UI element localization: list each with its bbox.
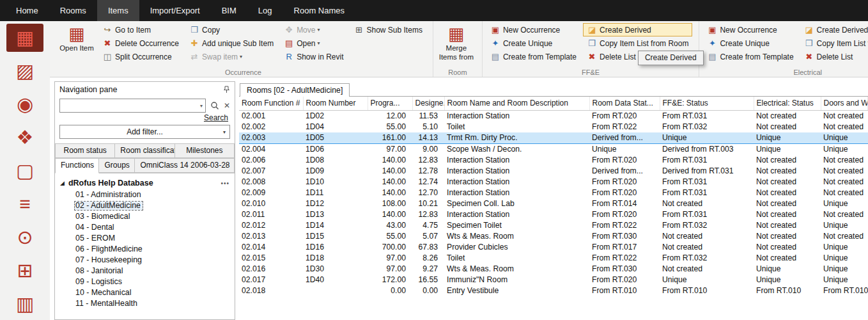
- column-header-designe[interactable]: Designe...: [412, 97, 444, 111]
- database-module-button[interactable]: ≡: [6, 190, 43, 218]
- electrical-copy-item-list-from-room-button[interactable]: ❒Copy Item List from Room: [800, 36, 868, 50]
- search-input[interactable]: [60, 99, 205, 112]
- occurrence-split-occurrence-button[interactable]: ◫Split Occurrence: [98, 50, 183, 63]
- products-module-button[interactable]: ◉: [6, 90, 43, 118]
- item-occurrences-module-button[interactable]: ▨: [6, 57, 43, 85]
- tree-expander-icon[interactable]: ◢: [60, 180, 65, 186]
- merge-items-from-button[interactable]: ▦Merge Items from: [437, 24, 476, 61]
- cell: 1D40: [303, 275, 368, 285]
- table-row[interactable]: 02.0121D1443.004.75Specimen ToiletFrom R…: [239, 220, 868, 231]
- occurrence-swap-item-button[interactable]: ⇄Swap item▾: [185, 50, 277, 63]
- ff-e-create-unique-button[interactable]: ✦Create Unique: [486, 36, 580, 50]
- electrical-create-from-template-button[interactable]: ▤Create from Template: [703, 50, 797, 63]
- tree-item-02-adultmedicine[interactable]: 02 - AdultMedicine: [55, 200, 235, 211]
- tree-item-07-housekeeping[interactable]: 07 - Housekeeping: [55, 255, 235, 266]
- tree-item-04-dental[interactable]: 04 - Dental: [55, 222, 235, 233]
- tree-item-10-mechanical[interactable]: 10 - Mechanical: [55, 287, 235, 298]
- tree-item-06-flightmedicine[interactable]: 06 - FlightMedicine: [55, 244, 235, 255]
- occurrence-open-button[interactable]: ▤Open▾: [280, 36, 347, 50]
- procurement-module-button[interactable]: ⊙: [6, 223, 43, 252]
- column-header-room-data-stat[interactable]: Room Data Stat...: [589, 97, 660, 111]
- table-row[interactable]: 02.0111D13140.0012.83Interaction Station…: [239, 209, 868, 220]
- tab-functions[interactable]: Functions: [55, 158, 99, 173]
- column-header-ff-e-status[interactable]: FF&E: Status: [660, 97, 754, 111]
- table-row[interactable]: 02.0101D12108.0010.21Specimen Coll. LabF…: [239, 198, 868, 209]
- add-filter-dropdown[interactable]: Add filter... ▾: [59, 125, 230, 139]
- column-header-doors-and-w[interactable]: Doors and W...: [821, 97, 868, 111]
- occurrence-add-unique-sub-item-button[interactable]: ✚Add unique Sub Item: [185, 36, 277, 50]
- cell: 1D02: [303, 111, 368, 122]
- table-row[interactable]: 02.0171D40172.0016.55Immuniz"N RoomFrom …: [239, 275, 868, 285]
- column-header-electrical-status[interactable]: Electrical: Status: [754, 97, 821, 111]
- tab-room-classification[interactable]: Room classification: [115, 143, 174, 158]
- ff-e-copy-item-list-from-room-button[interactable]: ❒Copy Item List from Room: [583, 36, 692, 50]
- reports-module-button[interactable]: ▥: [6, 290, 43, 318]
- tab-milestones[interactable]: Milestones: [175, 143, 235, 158]
- occurrence-delete-occurrence-button[interactable]: ✖Delete Occurrence: [98, 36, 183, 50]
- ff-e-create-derived-button[interactable]: ◪Create Derived: [583, 23, 692, 36]
- menu-tab-import-export[interactable]: Import/Export: [139, 0, 211, 21]
- electrical-delete-list-button[interactable]: ✖Delete List: [800, 50, 868, 63]
- open-item-button[interactable]: ▦Open Item: [58, 24, 96, 53]
- menu-tab-bim[interactable]: BIM: [211, 0, 247, 21]
- table-row[interactable]: 02.0041D0697.009.00Scope Wash / Decon.Un…: [239, 144, 868, 156]
- tab-omniclass-14-2006-03-28[interactable]: OmniClass 14 2006-03-28: [135, 158, 235, 173]
- chevron-down-icon[interactable]: ▾: [200, 103, 203, 109]
- table-row[interactable]: 02.0151D1897.008.26ToiletFrom RT.022From…: [239, 253, 868, 264]
- electrical-create-derived-button[interactable]: ◪Create Derived: [800, 23, 868, 36]
- table-row[interactable]: 02.0011D0212.0011.53Interaction StationF…: [239, 111, 868, 122]
- table-row[interactable]: 02.0091D11140.0012.70Interaction Station…: [239, 188, 868, 198]
- menu-tab-room-names[interactable]: Room Names: [283, 0, 355, 21]
- table-row[interactable]: 02.0021D0455.005.10ToiletFrom RT.022From…: [239, 122, 868, 132]
- buildings-module-button[interactable]: ⊞: [6, 257, 43, 285]
- table-row[interactable]: 02.0081D10140.0012.74Interaction Station…: [239, 177, 868, 188]
- column-header-progra[interactable]: Progra...: [368, 97, 412, 111]
- rooms-tab[interactable]: Rooms [02 - AdultMedicine]: [240, 83, 350, 97]
- tree-item-09-logistics[interactable]: 09 - Logistics: [55, 276, 235, 287]
- ff-e-new-occurrence-button[interactable]: ▣New Occurrence: [486, 23, 580, 36]
- table-row[interactable]: 02.0061D08140.0012.83Interaction Station…: [239, 155, 868, 166]
- button-label: Open Item: [59, 44, 94, 53]
- pin-icon[interactable]: [223, 86, 230, 93]
- table-row[interactable]: 02.0141D16700.0067.83Provider CubiclesFr…: [239, 242, 868, 253]
- menu-tab-home[interactable]: Home: [5, 0, 49, 21]
- occurrence-show-sub-items-button[interactable]: ⊞Show Sub Items: [350, 23, 426, 36]
- cell: Not created: [821, 209, 868, 220]
- menu-tab-rooms[interactable]: Rooms: [49, 0, 97, 21]
- search-link[interactable]: Search: [204, 113, 228, 122]
- table-row[interactable]: 02.0161D3097.009.27Wts & Meas. RoomFrom …: [239, 264, 868, 275]
- tab-room-status[interactable]: Room status: [55, 143, 115, 158]
- column-header-room-name-and-room-description[interactable]: Room Name and Room Description: [444, 97, 589, 111]
- occurrence-copy-button[interactable]: ❒Copy: [185, 23, 277, 36]
- documents-module-button[interactable]: ▢: [6, 157, 43, 185]
- column-header-room-function[interactable]: Room Function #: [239, 97, 303, 111]
- clear-search-icon[interactable]: ✕: [224, 101, 230, 110]
- tree-item-01-administration[interactable]: 01 - Administration: [55, 189, 235, 200]
- tree-item-05-erom[interactable]: 05 - EROM: [55, 233, 235, 244]
- tree-root[interactable]: ◢ dRofus Help Database •••: [55, 177, 235, 189]
- ff-e-create-from-template-button[interactable]: ▤Create from Template: [486, 50, 580, 63]
- tree-item-08-janitorial[interactable]: 08 - Janitorial: [55, 266, 235, 276]
- go-to-item-icon: ↪: [102, 25, 112, 35]
- electrical-create-unique-button[interactable]: ✦Create Unique: [703, 36, 797, 50]
- table-row[interactable]: 02.0131D1555.005.07Wts & Meas. RoomFrom …: [239, 231, 868, 242]
- table-row[interactable]: 02.0031D05161.0014.13Trmt Rm. Dirty Proc…: [239, 132, 868, 144]
- occurrence-revit-button[interactable]: RShow in Revit: [280, 50, 347, 63]
- electrical-new-occurrence-button[interactable]: ▣New Occurrence: [703, 23, 797, 36]
- occurrence-move-button[interactable]: ✥Move▾: [280, 23, 347, 36]
- items-module-button[interactable]: ▦: [6, 24, 43, 52]
- classification-module-button[interactable]: ❖: [6, 124, 43, 152]
- create-derived-icon: ◪: [587, 25, 597, 35]
- column-header-room-number[interactable]: Room Number: [303, 97, 368, 111]
- tree-item-03-biomedical[interactable]: 03 - Biomedical: [55, 211, 235, 222]
- tab-groups[interactable]: Groups: [99, 158, 135, 173]
- search-icon[interactable]: [210, 101, 219, 110]
- more-options-button[interactable]: •••: [221, 180, 229, 187]
- table-row[interactable]: 02.0180.000.00Entry VestibuleFrom RT.010…: [239, 285, 868, 296]
- menu-tab-items[interactable]: Items: [97, 0, 139, 21]
- table-row[interactable]: 02.0071D09140.0012.78Interaction Station…: [239, 166, 868, 177]
- search-link-row: Search: [55, 113, 235, 124]
- tree-item-11-mentalhealth[interactable]: 11 - MentalHealth: [55, 298, 235, 309]
- occurrence-go-to-item-button[interactable]: ↪Go to Item: [98, 23, 183, 36]
- menu-tab-log[interactable]: Log: [247, 0, 283, 21]
